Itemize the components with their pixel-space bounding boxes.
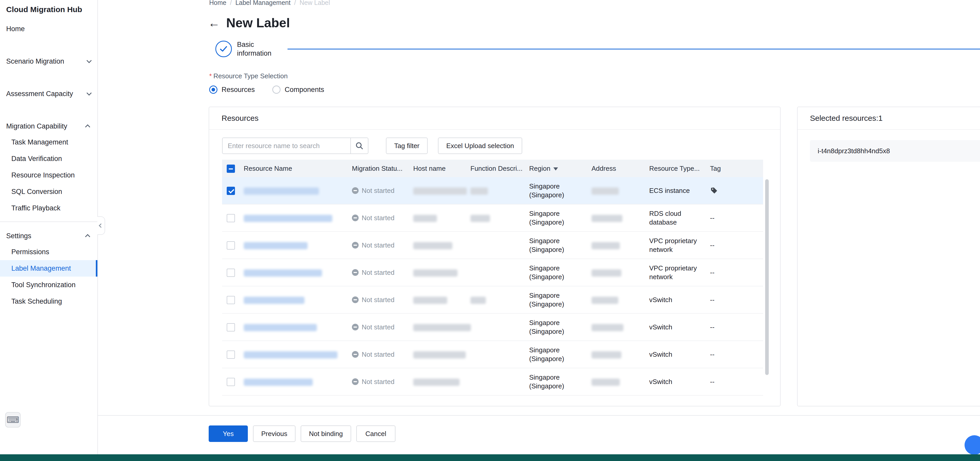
sidebar-item-permissions[interactable]: Permissions [0, 244, 97, 260]
excel-upload-button[interactable]: Excel Upload selection [438, 138, 522, 154]
redacted-function-description [471, 188, 488, 195]
sidebar-item-home[interactable]: Home [0, 21, 97, 37]
col-address: Address [592, 165, 649, 173]
yes-button[interactable]: Yes [209, 426, 248, 442]
search-icon [356, 142, 363, 149]
radio-resources[interactable]: Resources [209, 86, 255, 94]
tag-filter-button[interactable]: Tag filter [386, 138, 428, 154]
select-all-checkbox[interactable] [227, 165, 235, 173]
sort-caret-icon[interactable] [554, 167, 558, 170]
selected-panel-header: Selected resources:1 Empty all [798, 107, 980, 130]
footer-divider [98, 415, 980, 416]
redacted-address [592, 215, 622, 222]
sidebar-group-settings[interactable]: Settings [0, 228, 97, 244]
redacted-host-name [413, 188, 467, 195]
row-checkbox[interactable] [227, 351, 235, 359]
sidebar-group-label: Assessment Capacity [6, 86, 73, 102]
step-connector-line [288, 49, 980, 49]
row-checkbox[interactable] [227, 378, 235, 386]
resource-type-cell: RDS cloud database [649, 209, 710, 227]
search-input[interactable] [222, 138, 351, 154]
row-checkbox[interactable] [227, 269, 235, 277]
sidebar-item-sql-conversion[interactable]: SQL Conversion [0, 183, 97, 200]
radio-label: Resources [221, 86, 255, 94]
migration-status: Not started [362, 269, 395, 277]
redacted-resource-name [244, 378, 313, 386]
cancel-button[interactable]: Cancel [356, 426, 395, 442]
table-row[interactable]: Not started Singapore (Singapore) vSwitc… [222, 341, 763, 368]
breadcrumb-separator: / [230, 0, 232, 6]
row-checkbox[interactable] [227, 296, 235, 304]
previous-button[interactable]: Previous [253, 426, 296, 442]
table-row[interactable]: Not started Singapore (Singapore) ECS in… [222, 177, 763, 205]
redacted-host-name [413, 297, 447, 304]
redacted-address [592, 351, 621, 359]
sidebar-item-tool-synchronization[interactable]: Tool Synchronization [0, 277, 97, 293]
resource-type-cell: VPC proprietary network [649, 264, 710, 281]
sidebar-item-label-management[interactable]: Label Management [0, 260, 97, 277]
row-checkbox[interactable] [227, 241, 235, 250]
radio-unselected-icon[interactable] [272, 86, 280, 94]
selected-resource-item: i-t4n8dprz3td8hh4nd5x8 × [810, 140, 980, 162]
not-binding-button[interactable]: Not binding [301, 426, 351, 442]
sidebar-group-label: Settings [6, 228, 32, 244]
keyboard-widget-button[interactable]: ⌨ [5, 412, 21, 428]
not-started-icon [352, 187, 359, 194]
col-region: Region [529, 165, 592, 173]
row-checkbox[interactable] [227, 187, 235, 195]
sidebar-group-scenario-migration[interactable]: Scenario Migration [0, 54, 97, 69]
redacted-host-name [413, 242, 452, 249]
radio-components[interactable]: Components [272, 86, 324, 94]
redacted-host-name [413, 378, 460, 386]
migration-status: Not started [362, 241, 395, 249]
tag-icon [710, 186, 718, 195]
not-started-icon [352, 378, 359, 385]
not-started-icon [352, 324, 359, 331]
sidebar-group-assessment-capacity[interactable]: Assessment Capacity [0, 86, 97, 102]
table-row[interactable]: Not started Singapore (Singapore) vSwitc… [222, 314, 763, 341]
footer-actions: Yes Previous Not binding Cancel [209, 426, 395, 442]
col-host-name: Host name [413, 165, 471, 173]
col-migration-status: Migration Statu... [352, 165, 413, 173]
sidebar-collapse-handle[interactable] [97, 216, 105, 235]
search-button[interactable] [351, 138, 368, 154]
redacted-host-name [413, 351, 466, 359]
resources-panel: Resources Tag filter Excel Upload select… [209, 107, 781, 406]
row-checkbox[interactable] [227, 214, 235, 222]
sidebar-item-task-scheduling[interactable]: Task Scheduling [0, 293, 97, 310]
sidebar-item-traffic-playback[interactable]: Traffic Playback [0, 200, 97, 216]
table-row[interactable]: Not started Singapore (Singapore) VPC pr… [222, 232, 763, 259]
table-row[interactable]: Not started Singapore (Singapore) RDS cl… [222, 205, 763, 232]
region-cell: Singapore (Singapore) [529, 209, 592, 227]
region-cell: Singapore (Singapore) [529, 291, 592, 308]
redacted-resource-name [244, 297, 304, 304]
resources-table: Resource Name Migration Statu... Host na… [222, 160, 763, 396]
sidebar-group-migration-capability[interactable]: Migration Capability [0, 118, 97, 134]
keyboard-icon: ⌨ [6, 415, 19, 425]
table-row[interactable]: Not started Singapore (Singapore) vSwitc… [222, 368, 763, 396]
sidebar-group-label: Scenario Migration [6, 54, 64, 69]
taskbar-edge [0, 454, 980, 461]
table-row[interactable]: Not started Singapore (Singapore) VPC pr… [222, 259, 763, 286]
table-row[interactable]: Not started Singapore (Singapore) vSwitc… [222, 286, 763, 314]
table-header-row: Resource Name Migration Statu... Host na… [222, 160, 763, 177]
tag-cell: -- [710, 378, 763, 386]
migration-status: Not started [362, 378, 395, 386]
back-arrow-button[interactable]: ← [208, 17, 220, 29]
search-group [222, 138, 368, 154]
redacted-host-name [413, 324, 471, 331]
breadcrumb-home[interactable]: Home [209, 0, 226, 6]
region-cell: Singapore (Singapore) [529, 318, 592, 336]
sidebar-item-data-verification[interactable]: Data Verification [0, 150, 97, 167]
not-started-icon [352, 351, 359, 358]
table-scrollbar[interactable] [765, 179, 769, 375]
redacted-resource-name [244, 242, 308, 249]
row-checkbox[interactable] [227, 323, 235, 331]
resources-toolbar: Tag filter Excel Upload selection [222, 138, 780, 154]
radio-selected-icon[interactable] [209, 86, 218, 94]
breadcrumb-label-management[interactable]: Label Management [235, 0, 291, 6]
sidebar-item-resource-inspection[interactable]: Resource Inspection [0, 167, 97, 183]
col-resource-type: Resource Type... [649, 165, 710, 173]
breadcrumb-current: New Label [300, 0, 330, 6]
sidebar-item-task-management[interactable]: Task Management [0, 134, 97, 150]
